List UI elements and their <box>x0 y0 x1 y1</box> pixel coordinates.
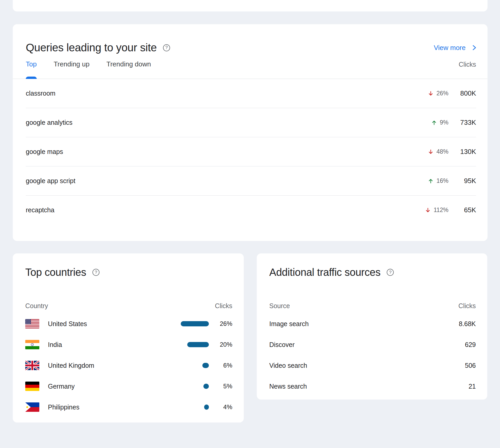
source-row: Video search 506 <box>269 355 476 376</box>
country-label: United Kingdom <box>48 362 175 369</box>
trend-percent: 26% <box>436 90 448 97</box>
country-row: United States 26% <box>25 313 232 334</box>
query-label: google app script <box>26 177 427 185</box>
source-clicks-value: 8.68K <box>459 320 476 328</box>
additional-traffic-title: Additional traffic sources <box>269 266 380 278</box>
query-row[interactable]: google maps 48% 130K <box>26 137 476 166</box>
trend-percent: 112% <box>434 207 448 214</box>
query-row[interactable]: recaptcha 112% 65K <box>26 196 476 225</box>
help-icon[interactable]: ? <box>92 269 99 276</box>
top-countries-title: Top countries <box>25 266 86 278</box>
clicks-value: 733K <box>448 119 476 127</box>
help-icon[interactable]: ? <box>163 44 170 51</box>
country-row: India 20% <box>25 334 232 355</box>
source-label: Video search <box>269 362 465 369</box>
country-percent: 5% <box>209 383 232 390</box>
country-label: India <box>48 341 175 349</box>
philippines-flag-icon <box>25 402 39 412</box>
top-countries-card: Top countries ? Country Clicks <box>13 253 244 422</box>
country-row: Philippines 4% <box>25 397 232 418</box>
top-partial-card <box>13 0 488 11</box>
trend-down-icon <box>424 207 431 214</box>
country-label: United States <box>48 320 175 328</box>
country-clicks-bar <box>203 384 209 389</box>
source-column-header: Source <box>269 302 290 310</box>
query-row[interactable]: google analytics 9% 733K <box>26 108 476 137</box>
country-label: Philippines <box>48 403 175 411</box>
clicks-value: 800K <box>448 89 476 97</box>
trend-down-icon <box>427 90 434 97</box>
us-flag-icon <box>25 319 39 328</box>
country-clicks-bar <box>204 405 209 410</box>
query-label: classroom <box>26 90 427 97</box>
query-label: google maps <box>26 148 427 155</box>
trend-percent: 16% <box>436 177 448 184</box>
source-clicks-value: 21 <box>468 383 476 390</box>
clicks-column-header: Clicks <box>458 302 476 310</box>
clicks-value: 130K <box>448 148 476 156</box>
country-row: Germany 5% <box>25 376 232 397</box>
clicks-value: 65K <box>448 206 476 214</box>
view-more-link[interactable]: View more <box>434 44 476 52</box>
source-clicks-value: 629 <box>465 341 476 349</box>
trend-up-icon <box>427 178 434 184</box>
query-label: google analytics <box>26 119 431 126</box>
country-label: Germany <box>48 383 175 390</box>
trend-percent: 9% <box>440 119 448 126</box>
uk-flag-icon <box>25 361 39 370</box>
tab-trending-down[interactable]: Trending down <box>107 60 151 79</box>
chevron-right-icon <box>472 45 476 51</box>
country-percent: 6% <box>209 362 232 369</box>
additional-traffic-card: Additional traffic sources ? Source Clic… <box>257 253 487 400</box>
source-label: Discover <box>269 341 465 349</box>
tab-top[interactable]: Top <box>26 60 37 79</box>
country-clicks-bar <box>181 321 209 326</box>
query-label: recaptcha <box>26 206 424 214</box>
india-flag-icon <box>25 340 39 349</box>
query-row[interactable]: classroom 26% 800K <box>26 79 476 108</box>
trend-down-icon <box>427 148 434 155</box>
source-label: News search <box>269 383 468 390</box>
countries-list: United States 26% India 20% <box>13 313 244 418</box>
germany-flag-icon <box>25 382 39 391</box>
trend-up-icon <box>431 119 438 126</box>
tab-trending-up[interactable]: Trending up <box>54 60 90 79</box>
queries-list: classroom 26% 800K google analytics 9% 7… <box>13 79 488 225</box>
country-percent: 26% <box>209 320 232 327</box>
source-label: Image search <box>269 320 459 328</box>
clicks-column-header: Clicks <box>459 61 476 79</box>
queries-card: Queries leading to your site ? View more… <box>13 24 488 241</box>
clicks-column-header: Clicks <box>215 302 232 310</box>
help-icon[interactable]: ? <box>387 269 394 276</box>
country-clicks-bar <box>187 342 209 347</box>
country-percent: 4% <box>209 403 232 411</box>
country-percent: 20% <box>209 341 232 348</box>
source-row: News search 21 <box>269 376 476 397</box>
traffic-sources-list: Image search 8.68K Discover 629 Video se… <box>257 313 487 397</box>
country-column-header: Country <box>25 302 48 310</box>
queries-tab-bar: Top Trending up Trending down Clicks <box>13 54 488 79</box>
source-row: Discover 629 <box>269 334 476 355</box>
country-row: United Kingdom 6% <box>25 355 232 376</box>
clicks-value: 95K <box>448 177 476 185</box>
trend-percent: 48% <box>436 148 448 155</box>
source-row: Image search 8.68K <box>269 313 476 334</box>
query-row[interactable]: google app script 16% 95K <box>26 166 476 196</box>
queries-card-title: Queries leading to your site <box>26 41 157 54</box>
source-clicks-value: 506 <box>465 362 476 369</box>
country-clicks-bar <box>202 363 209 368</box>
view-more-label: View more <box>434 44 466 52</box>
